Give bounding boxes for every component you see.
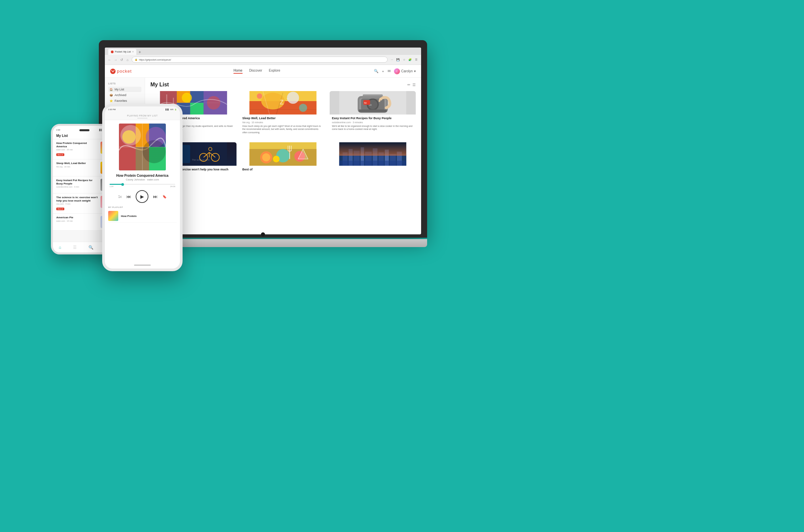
svg-text:50: 50	[364, 102, 367, 104]
phone2-album-art	[119, 124, 166, 170]
svg-point-12	[257, 93, 262, 99]
svg-rect-22	[358, 110, 387, 112]
user-chevron: ▾	[414, 69, 416, 73]
pocket-logo-text: pocket	[117, 69, 132, 74]
pocket-favicon	[111, 51, 114, 53]
progress-fill	[110, 184, 123, 185]
playlist-thumb-1	[108, 211, 118, 221]
phone-nav-home[interactable]: ⌂	[59, 245, 61, 250]
svg-rect-64	[119, 124, 136, 170]
play-pause-button[interactable]: ▶	[136, 190, 148, 203]
article-grid: How Protein Conquered America eater.com …	[150, 91, 416, 139]
svg-rect-24	[362, 94, 382, 96]
sidebar-item-favorites[interactable]: ⭐ Favorites	[108, 98, 142, 103]
forward-button[interactable]: →	[114, 58, 117, 62]
svg-point-42	[262, 153, 270, 162]
search-icon[interactable]: 🔍	[374, 69, 378, 73]
phone-item-content-3: Easy Instant Pot Recipes for Busy People…	[56, 179, 98, 188]
article-title-2: Sleep Well, Lead Better	[242, 116, 324, 120]
phone2-home-indicator	[105, 262, 180, 268]
favorites-label: Favorites	[115, 99, 127, 102]
forward-button[interactable]: ⏭	[153, 194, 158, 199]
pocket-header: pocket Home Discover Explore 🔍 + ✉ C Car…	[105, 65, 421, 78]
article-card-6[interactable]	[330, 142, 416, 178]
browser-tabs: Pocket: My List × +	[105, 48, 421, 55]
article-excerpt-3: We'd all like to be organized enough to …	[332, 125, 413, 131]
inbox-icon[interactable]: ✉	[388, 69, 391, 73]
svg-text:The science is in:: The science is in:	[192, 159, 210, 161]
phone-right-screen: 2:30 PM ▌▌▌ WiFi 🔋 Playing From My List	[105, 107, 180, 268]
phone-item-meta-1: eater.com · 20 min	[56, 149, 98, 151]
home-button[interactable]: ⌂	[126, 58, 130, 62]
article-title-3: Easy Instant Pot Recipes for Busy People	[332, 116, 413, 120]
address-bar[interactable]: 🔒 https://getpocket.com/a/queue/	[132, 57, 388, 63]
playlist-item-1[interactable]: How Protein	[108, 210, 176, 223]
svg-rect-65	[136, 124, 149, 147]
browser-tab-active[interactable]: Pocket: My List ×	[108, 49, 136, 55]
ssl-icon: 🔒	[135, 58, 138, 61]
article-excerpt-2: How much sleep do you get each night? Mo…	[242, 125, 324, 134]
url-text: https://getpocket.com/a/queue/	[139, 59, 171, 61]
reload-button[interactable]: ↺	[119, 58, 124, 62]
article-card-2[interactable]: Z z Sleep Well, Lead Better hbr.org · 10…	[240, 91, 326, 139]
article-thumb-2: Z z	[240, 91, 326, 114]
sidebar-item-mylist[interactable]: 🏠 My List	[108, 87, 142, 92]
phone2-track-info: How Protein Conquered America Casey John…	[105, 174, 180, 181]
article-body-3: Easy Instant Pot Recipes for Busy People…	[330, 114, 416, 133]
phone-nav-search[interactable]: 🔍	[89, 245, 93, 250]
phone-left-speaker	[79, 129, 90, 131]
phone2-battery: 🔋	[174, 109, 176, 111]
browser-toolbar: ← → ↺ ⌂ 🔒 https://getpocket.com/a/queue/…	[105, 55, 421, 64]
nav-discover[interactable]: Discover	[249, 69, 262, 74]
page-title: My List	[150, 82, 169, 88]
phone-item-meta-5: eater.com · 10 min	[56, 220, 98, 222]
edit-icon[interactable]: ✏	[407, 83, 410, 87]
phone2-playing-from: Playing From My List	[108, 114, 176, 117]
user-avatar: C	[394, 68, 400, 74]
lists-section-label: LISTS	[108, 82, 142, 85]
list-view-icon[interactable]: ☰	[412, 83, 416, 87]
article-card-5[interactable]: Best of	[240, 142, 326, 178]
browser-action-buttons: ··· 💾 ☆ 🧩 ☰	[390, 57, 418, 62]
extensions-icon[interactable]: 🧩	[408, 57, 412, 62]
user-menu[interactable]: C Carolyn ▾	[394, 68, 416, 74]
menu-dots[interactable]: ···	[390, 57, 394, 62]
phone-item-content-1: How Protein Conquered America eater.com …	[56, 141, 98, 157]
svg-point-7	[182, 93, 192, 103]
back-button[interactable]: ←	[108, 58, 112, 62]
article-grid-row2: 700 CAL The s	[150, 142, 416, 178]
svg-rect-61	[339, 142, 406, 156]
phone2-progress[interactable]: 1:04 24:09	[105, 181, 180, 189]
bookmark-button[interactable]: 🔖	[163, 195, 167, 198]
progress-total: 24:09	[170, 186, 175, 188]
mylist-label: My List	[115, 88, 124, 91]
tab-close-button[interactable]: ×	[132, 50, 134, 53]
star-icon[interactable]: ☆	[402, 57, 406, 62]
nav-home[interactable]: Home	[233, 69, 243, 74]
tab-title: Pocket: My List	[115, 51, 131, 53]
playlist-item-info-1: How Protein	[121, 215, 176, 217]
nav-explore[interactable]: Explore	[269, 69, 280, 74]
rewind-button[interactable]: ⏮	[126, 194, 131, 199]
add-icon[interactable]: +	[382, 69, 384, 73]
menu-button[interactable]: ☰	[414, 57, 418, 62]
archive-icon: 📦	[110, 94, 113, 97]
article-thumb-3: 50 50	[330, 91, 416, 114]
phone2-controls: 1x ⏮ ▶ ⏭ 🔖	[105, 189, 180, 204]
phone-nav-list[interactable]: ☰	[73, 245, 77, 250]
phone-item-meta-2: hbr.org · 10 min	[56, 166, 98, 168]
article-card-3[interactable]: 50 50	[330, 91, 416, 139]
progress-times: 1:04 24:09	[110, 186, 175, 188]
svg-point-11	[287, 92, 299, 104]
progress-bar[interactable]	[110, 184, 175, 185]
new-tab-button[interactable]: +	[137, 50, 143, 55]
phone-item-title-2: Sleep Well, Lead Better	[56, 162, 98, 165]
sidebar-item-archived[interactable]: 📦 Archived	[108, 92, 142, 98]
pocket-logo: pocket	[110, 69, 132, 74]
phone-list-title: My List	[56, 134, 68, 138]
phone2-wifi: WiFi	[170, 109, 173, 111]
laptop-camera	[261, 232, 265, 236]
speed-button[interactable]: 1x	[118, 195, 122, 198]
save-icon[interactable]: 💾	[396, 57, 400, 62]
progress-handle[interactable]	[121, 183, 124, 186]
